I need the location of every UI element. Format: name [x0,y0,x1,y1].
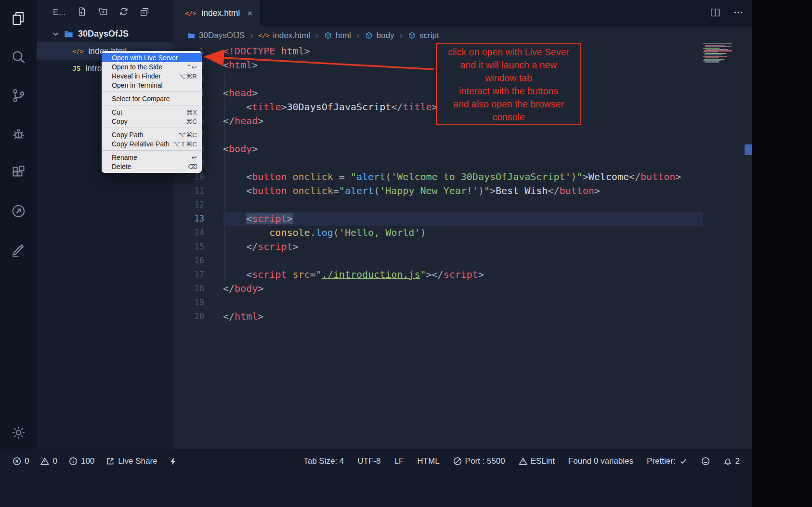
debug-icon[interactable] [6,121,31,146]
minimap-line [703,48,720,49]
split-editor-icon[interactable] [710,7,720,20]
search-icon[interactable] [6,44,31,69]
status-item-port-5500[interactable]: Port : 5500 [453,456,505,466]
line-number: 15 [173,240,204,254]
annotation-line: and it will launch a new [437,59,580,72]
menu-item-copy[interactable]: Copy⌘C [102,117,202,126]
code-line-15[interactable]: 15 </script> [173,240,752,254]
code-line-16[interactable]: 16 [173,254,752,268]
minimap-line [704,50,732,51]
code-line-7[interactable]: 7 [173,128,752,142]
status-item-2[interactable]: 2 [723,456,740,466]
line-number: 17 [173,268,204,282]
status-item-100[interactable]: 100 [69,456,94,466]
code-line-19[interactable]: 19 [173,296,752,310]
edit-session-icon[interactable] [6,237,31,262]
tab-bar: </> index.html × [173,0,752,26]
code-line-9[interactable]: 9 [173,156,752,170]
status-item-tab-size-4[interactable]: Tab Size: 4 [303,456,344,466]
menu-item-select-for-compare[interactable]: Select for Compare [102,94,202,103]
code-line-14[interactable]: 14 console.log('Hello, World') [173,226,752,240]
code-line-20[interactable]: 20</html> [173,310,752,324]
vscode-window: E… [0,0,812,507]
menu-item-copy-path[interactable]: Copy Path⌥⌘C [102,130,202,139]
status-label: ESLint [531,456,555,466]
status-item-html[interactable]: HTML [417,456,439,466]
minimap-line [703,43,732,44]
symbol-cube-icon [407,31,416,40]
code-line-12[interactable]: 12 [173,198,752,212]
status-item-smiley[interactable] [701,457,710,466]
status-item-lf[interactable]: LF [394,456,404,466]
menu-item-open-with-live-server[interactable]: Open with Live Server [102,53,202,62]
breadcrumb-item-file[interactable]: </> index.html [258,31,310,40]
code-text: </script> [204,240,299,254]
refresh-icon[interactable] [119,7,129,18]
breadcrumb-item-script[interactable]: script [407,31,439,40]
more-actions-icon[interactable] [733,7,744,20]
menu-item-label: Copy Path [112,131,143,139]
code-line-10[interactable]: 10 <button onclick = "alert('Welcome to … [173,170,752,184]
line-number: 11 [173,184,204,198]
settings-gear-icon[interactable] [6,420,31,445]
line-number: 12 [173,198,204,212]
status-item-prettier-[interactable]: Prettier: [647,456,688,466]
menu-item-open-to-the-side[interactable]: Open to the Side⌃↩ [102,62,202,71]
status-item-0[interactable]: 0 [40,456,57,466]
source-control-icon[interactable] [6,83,31,108]
status-label: 0 [52,456,57,466]
extensions-icon[interactable] [6,160,31,185]
line-number: 16 [173,254,204,268]
code-line-8[interactable]: 8<body> [173,142,752,156]
code-line-11[interactable]: 11 <button onclick="alert('Happy New Yea… [173,184,752,198]
breadcrumb-label: 30DaysOfJS [199,31,245,40]
code-line-18[interactable]: 18</body> [173,282,752,296]
code-text: <!DOCTYPE html> [204,44,310,58]
status-item-utf-8[interactable]: UTF-8 [357,456,380,466]
status-item-found-0-variables[interactable]: Found 0 variables [568,456,633,466]
minimap[interactable] [703,43,744,63]
tab-index-html[interactable]: </> index.html × [173,0,261,26]
status-item-eslint[interactable]: ESLint [519,456,555,466]
line-number: 19 [173,296,204,310]
new-folder-icon[interactable] [98,7,108,18]
code-text [204,128,223,142]
tree-root-30daysofjs[interactable]: 30DaysOfJS [37,25,173,42]
menu-item-delete[interactable]: Delete⌫ [102,162,202,171]
error-icon [13,457,21,466]
tree-root-label: 30DaysOfJS [78,29,129,39]
breadcrumb-item-body[interactable]: body [365,31,394,40]
line-number: 20 [173,310,204,324]
menu-item-copy-relative-path[interactable]: Copy Relative Path⌥⇧⌘C [102,139,202,148]
status-item-bolt[interactable] [169,457,178,466]
live-share-icon[interactable] [6,198,31,223]
new-file-icon[interactable] [78,7,87,18]
minimap-line [703,56,727,57]
annotation-box: click on open with Live Sever and it wil… [436,43,581,125]
menu-item-reveal-in-finder[interactable]: Reveal in Finder⌥⌘R [102,71,202,80]
menu-item-rename[interactable]: Rename↩ [102,153,202,162]
close-icon[interactable]: × [247,8,252,19]
menu-item-cut[interactable]: Cut⌘X [102,107,202,117]
status-item-0[interactable]: 0 [13,456,29,466]
code-line-13[interactable]: 13 <script> [173,212,752,226]
warning-icon [519,457,527,466]
status-item-live-share[interactable]: Live Share [106,456,157,466]
code-line-17[interactable]: 17 <script src="./introduction.js"></scr… [173,268,752,282]
breadcrumb: 30DaysOfJS › </> index.html › html › [173,26,752,44]
code-text: <body> [204,142,258,156]
explorer-header: E… [37,0,173,25]
status-label: 100 [81,456,94,466]
minimap-line [705,61,719,62]
code-text [204,296,223,310]
breadcrumb-item-folder[interactable]: 30DaysOfJS [187,31,245,40]
collapse-all-icon[interactable] [140,7,149,18]
menu-item-open-in-terminal[interactable]: Open in Terminal [102,80,202,90]
explorer-icon[interactable] [6,6,31,31]
breadcrumb-item-html[interactable]: html [324,31,351,40]
menu-item-label: Open with Live Server [112,54,178,62]
status-label: 0 [25,456,29,466]
breadcrumb-label: html [336,31,351,40]
menu-item-label: Cut [112,108,122,116]
js-file-icon: JS [72,65,80,72]
